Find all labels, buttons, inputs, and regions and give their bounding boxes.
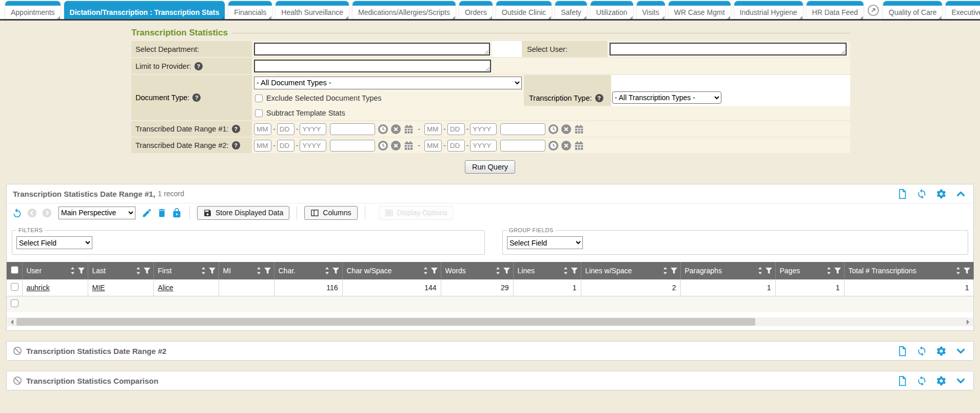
tab-industrial-hygiene[interactable]: Industrial Hygiene bbox=[734, 1, 803, 19]
filter-funnel-icon[interactable] bbox=[264, 268, 271, 274]
external-link-icon[interactable] bbox=[867, 4, 879, 18]
clear-icon[interactable] bbox=[391, 124, 401, 134]
previous-perspective-icon[interactable] bbox=[27, 208, 37, 218]
select-user-input[interactable] bbox=[610, 43, 847, 55]
column-header-lines-w-space[interactable]: Lines w/Space bbox=[581, 262, 680, 279]
column-header-last[interactable]: Last bbox=[88, 262, 153, 279]
calendar-icon[interactable] bbox=[404, 141, 414, 151]
clock-icon[interactable] bbox=[548, 141, 558, 151]
tab-orders[interactable]: Orders bbox=[459, 1, 493, 19]
range2-end-time-input[interactable] bbox=[500, 140, 545, 152]
range1-start-year-input[interactable] bbox=[300, 123, 326, 135]
filter-funnel-icon[interactable] bbox=[671, 268, 677, 274]
gear-icon[interactable] bbox=[936, 189, 947, 199]
refresh-icon[interactable] bbox=[916, 376, 927, 386]
collapse-icon[interactable] bbox=[955, 189, 966, 199]
columns-button[interactable]: Columns bbox=[304, 206, 357, 220]
range1-start-month-input[interactable] bbox=[254, 123, 271, 135]
tab-financials[interactable]: Financials bbox=[228, 1, 272, 19]
expand-icon[interactable] bbox=[955, 376, 966, 386]
sort-icon[interactable] bbox=[135, 267, 141, 274]
column-header-char-w-space[interactable]: Char w/Space bbox=[342, 262, 441, 279]
sort-icon[interactable] bbox=[423, 267, 428, 274]
column-header-user[interactable]: User bbox=[22, 262, 88, 279]
undo-icon[interactable] bbox=[12, 208, 23, 218]
filter-funnel-icon[interactable] bbox=[964, 268, 970, 274]
tab-appointments[interactable]: Appointments bbox=[5, 1, 61, 19]
column-header-lines[interactable]: Lines bbox=[513, 262, 581, 279]
range1-start-time-input[interactable] bbox=[330, 123, 375, 135]
calendar-icon[interactable] bbox=[574, 141, 584, 151]
range2-start-year-input[interactable] bbox=[300, 140, 326, 152]
select-all-checkbox[interactable] bbox=[11, 266, 18, 274]
column-header-first[interactable]: First bbox=[153, 262, 219, 279]
page-icon[interactable] bbox=[897, 189, 908, 199]
scroll-right-icon[interactable] bbox=[964, 317, 973, 326]
sort-icon[interactable] bbox=[256, 267, 262, 274]
page-icon[interactable] bbox=[897, 346, 908, 356]
sort-icon[interactable] bbox=[757, 267, 763, 274]
range2-start-day-input[interactable] bbox=[277, 140, 295, 152]
transcription-type-select[interactable]: - All Transcription Types - bbox=[612, 91, 721, 104]
filter-funnel-icon[interactable] bbox=[503, 268, 510, 274]
tab-wr-case-mgmt[interactable]: WR Case Mgmt bbox=[669, 1, 731, 19]
range1-start-day-input[interactable] bbox=[277, 123, 295, 135]
row-select-checkbox[interactable] bbox=[11, 283, 18, 291]
clock-icon[interactable] bbox=[378, 141, 388, 151]
filter-funnel-icon[interactable] bbox=[78, 268, 85, 274]
sort-icon[interactable] bbox=[70, 267, 75, 274]
sort-icon[interactable] bbox=[563, 267, 569, 274]
column-header-char[interactable]: Char. bbox=[274, 262, 342, 279]
range1-end-year-input[interactable] bbox=[470, 123, 497, 135]
limit-to-provider-input[interactable] bbox=[254, 60, 491, 72]
delete-trash-icon[interactable] bbox=[156, 208, 167, 218]
next-perspective-icon[interactable] bbox=[42, 208, 52, 218]
help-icon[interactable] bbox=[194, 62, 203, 70]
select-department-input[interactable] bbox=[254, 43, 490, 55]
tab-medications-allergies-scripts[interactable]: Medications/Allergies/Scripts bbox=[352, 1, 456, 19]
sort-icon[interactable] bbox=[826, 267, 832, 274]
column-header-words[interactable]: Words bbox=[441, 262, 513, 279]
refresh-icon[interactable] bbox=[916, 346, 927, 356]
sort-icon[interactable] bbox=[662, 267, 668, 274]
filter-funnel-icon[interactable] bbox=[209, 268, 215, 274]
clear-icon[interactable] bbox=[561, 124, 571, 134]
refresh-icon[interactable] bbox=[916, 189, 927, 199]
calendar-icon[interactable] bbox=[404, 124, 414, 134]
empty-row-checkbox[interactable] bbox=[11, 299, 18, 307]
range1-end-day-input[interactable] bbox=[447, 123, 465, 135]
filter-funnel-icon[interactable] bbox=[144, 268, 150, 274]
range2-end-day-input[interactable] bbox=[447, 140, 465, 152]
run-query-button[interactable]: Run Query bbox=[465, 160, 515, 174]
tab-dictation-transcription[interactable]: Dictation/Transcription : Transcription … bbox=[64, 1, 225, 19]
exclude-document-types-checkbox[interactable] bbox=[255, 95, 263, 102]
expand-icon[interactable] bbox=[955, 346, 966, 356]
tab-visits[interactable]: Visits bbox=[637, 1, 665, 19]
filter-funnel-icon[interactable] bbox=[431, 268, 438, 274]
column-header-total-transcriptions[interactable]: Total # Transcriptions bbox=[844, 262, 973, 279]
range1-end-time-input[interactable] bbox=[500, 123, 545, 135]
scrollbar-track[interactable] bbox=[16, 317, 964, 326]
gear-icon[interactable] bbox=[936, 376, 947, 386]
range2-start-time-input[interactable] bbox=[330, 140, 375, 152]
tab-health-surveillance[interactable]: Health Surveillance bbox=[276, 1, 349, 19]
tab-outside-clinic[interactable]: Outside Clinic bbox=[496, 1, 552, 19]
range2-end-month-input[interactable] bbox=[424, 140, 442, 152]
filter-funnel-icon[interactable] bbox=[766, 268, 772, 274]
tab-safety[interactable]: Safety bbox=[555, 1, 587, 19]
clock-icon[interactable] bbox=[548, 124, 558, 134]
sort-icon[interactable] bbox=[495, 267, 501, 274]
help-icon[interactable] bbox=[192, 93, 201, 102]
clear-icon[interactable] bbox=[561, 141, 571, 151]
lock-icon[interactable] bbox=[171, 208, 182, 218]
filters-field-select[interactable]: Select Field bbox=[16, 236, 92, 249]
column-header-paragraphs[interactable]: Paragraphs bbox=[680, 262, 775, 279]
scroll-left-icon[interactable] bbox=[7, 317, 16, 326]
column-header-mi[interactable]: MI bbox=[219, 262, 274, 279]
tab-executive[interactable]: Executive D bbox=[946, 1, 980, 19]
tab-quality-of-care[interactable]: Quality of Care bbox=[883, 1, 942, 19]
user-link[interactable]: auhrick bbox=[27, 284, 50, 292]
range2-end-year-input[interactable] bbox=[470, 140, 497, 152]
edit-pencil-icon[interactable] bbox=[142, 208, 152, 218]
scrollbar-thumb[interactable] bbox=[16, 318, 755, 326]
